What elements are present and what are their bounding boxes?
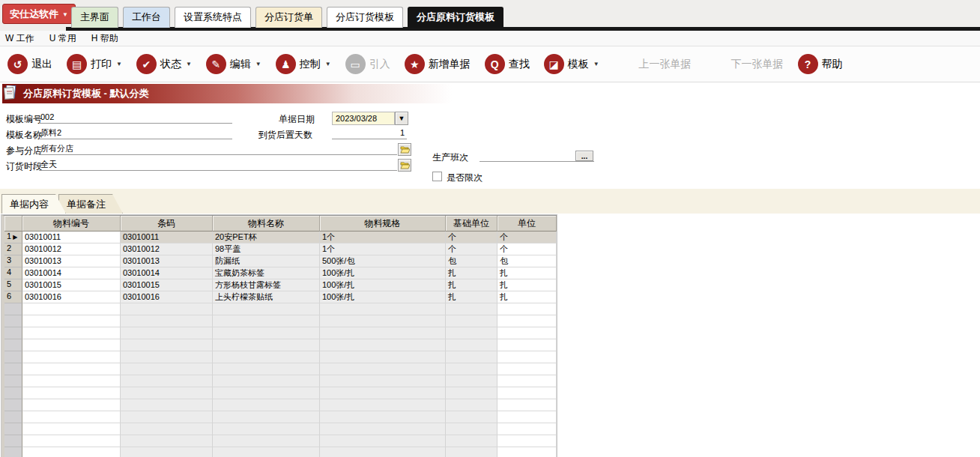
shift-picker-button[interactable]: ... [575, 151, 593, 161]
grid-header-物料编号[interactable]: 物料编号 [22, 216, 121, 231]
grid-cell[interactable] [22, 447, 121, 457]
grid-cell[interactable] [497, 351, 557, 363]
grid-rownum-cell[interactable] [4, 399, 22, 411]
grid-cell[interactable]: 500张/包 [320, 255, 446, 267]
grid-cell[interactable] [121, 387, 213, 399]
grid-cell[interactable] [446, 435, 497, 447]
grid-cell[interactable] [22, 351, 121, 363]
grid-cell[interactable] [22, 303, 121, 315]
grid-cell[interactable] [121, 303, 213, 315]
grid-cell[interactable] [446, 447, 497, 457]
grid-cell[interactable]: 03010016 [22, 291, 121, 303]
content-tab-单据备注[interactable]: 单据备注 [58, 194, 123, 214]
grid-cell[interactable]: 20安PET杯 [213, 231, 320, 243]
grid-cell[interactable] [213, 387, 320, 399]
brand-menu-button[interactable]: 安仕达软件▼ [2, 4, 76, 24]
grid-cell[interactable] [320, 339, 446, 351]
grid-cell[interactable] [22, 339, 121, 351]
grid-cell[interactable]: 包 [497, 255, 557, 267]
grid-cell[interactable] [320, 315, 446, 327]
grid-cell[interactable]: 扎 [497, 291, 557, 303]
grid-rownum-cell[interactable] [4, 447, 22, 457]
grid-cell[interactable] [497, 363, 557, 375]
grid-rownum-cell[interactable] [4, 351, 22, 363]
grid-rownum-cell[interactable]: 1▶ [4, 231, 22, 243]
grid-cell[interactable] [213, 351, 320, 363]
grid-cell[interactable]: 1个 [320, 243, 446, 255]
grid-rownum-cell[interactable] [4, 435, 22, 447]
grid-cell[interactable] [22, 387, 121, 399]
grid-cell[interactable]: 03010014 [22, 267, 121, 279]
grid-cell[interactable] [497, 435, 557, 447]
content-tab-单据内容[interactable]: 单据内容 [1, 194, 66, 214]
grid-rownum-cell[interactable] [4, 411, 22, 423]
grid-cell[interactable]: 100张/扎 [320, 279, 446, 291]
grid-cell[interactable] [22, 411, 121, 423]
grid-cell[interactable]: 1个 [320, 231, 446, 243]
grid-cell[interactable] [446, 363, 497, 375]
grid-cell[interactable] [22, 423, 121, 435]
grid-cell[interactable]: 03010011 [22, 231, 121, 243]
grid-cell[interactable] [22, 315, 121, 327]
grid-cell[interactable] [446, 423, 497, 435]
toolbar-button-状态[interactable]: ✔状态▼ [136, 54, 192, 74]
grid-cell[interactable] [497, 411, 557, 423]
grid-cell[interactable]: 03010016 [121, 291, 213, 303]
grid-cell[interactable]: 防漏纸 [213, 255, 320, 267]
toolbar-button-模板[interactable]: ◪模板▼ [544, 54, 599, 74]
menu-item-常用[interactable]: U 常用 [48, 32, 78, 45]
grid-rownum-cell[interactable]: 2 [4, 243, 22, 255]
toolbar-button-编辑[interactable]: ✎编辑▼ [206, 54, 261, 74]
grid-cell[interactable] [320, 327, 446, 339]
grid-rownum-cell[interactable] [4, 375, 22, 387]
grid-cell[interactable] [22, 399, 121, 411]
toolbar-button-查找[interactable]: Q查找 [485, 54, 530, 74]
window-tab-主界面[interactable]: 主界面 [71, 7, 118, 28]
grid-cell[interactable]: 03010011 [121, 231, 213, 243]
grid-cell[interactable] [446, 351, 497, 363]
grid-cell[interactable] [121, 339, 213, 351]
window-tab-分店原料订货模板[interactable]: 分店原料订货模板 [408, 7, 503, 28]
grid-cell[interactable] [121, 375, 213, 387]
stores-picker-button[interactable] [398, 143, 411, 156]
grid-cell[interactable] [320, 423, 446, 435]
grid-cell[interactable] [320, 351, 446, 363]
grid-cell[interactable]: 方形杨枝甘露标签 [213, 279, 320, 291]
grid-cell[interactable] [213, 447, 320, 457]
grid-cell[interactable] [213, 399, 320, 411]
grid-rownum-cell[interactable] [4, 387, 22, 399]
grid-rownum-cell[interactable] [4, 339, 22, 351]
window-tab-分店订货模板[interactable]: 分店订货模板 [327, 7, 403, 28]
timeslot-picker-button[interactable] [398, 159, 411, 172]
toolbar-button-帮助[interactable]: ?帮助 [798, 54, 843, 74]
grid-cell[interactable] [497, 423, 557, 435]
grid-cell[interactable] [497, 315, 557, 327]
toolbar-button-控制[interactable]: ♟控制▼ [276, 54, 331, 74]
grid-rownum-cell[interactable]: 4 [4, 267, 22, 279]
grid-header-物料名称[interactable]: 物料名称 [213, 216, 320, 231]
window-tab-工作台[interactable]: 工作台 [123, 7, 170, 28]
grid-cell[interactable]: 上头柠檬茶贴纸 [213, 291, 320, 303]
grid-cell[interactable] [22, 327, 121, 339]
grid-cell[interactable]: 扎 [497, 279, 557, 291]
grid-cell[interactable] [497, 303, 557, 315]
toolbar-button-新增单据[interactable]: ★新增单据 [405, 54, 471, 74]
grid-rownum-cell[interactable]: 5 [4, 279, 22, 291]
window-tab-设置系统特点[interactable]: 设置系统特点 [175, 7, 251, 28]
window-tab-分店订货单[interactable]: 分店订货单 [255, 7, 322, 28]
grid-cell[interactable] [121, 327, 213, 339]
grid-header-单位[interactable]: 单位 [497, 216, 557, 231]
grid-rownum-cell[interactable] [4, 315, 22, 327]
grid-cell[interactable]: 03010013 [22, 255, 121, 267]
grid-cell[interactable]: 03010012 [22, 243, 121, 255]
grid-cell[interactable] [213, 339, 320, 351]
grid-cell[interactable] [213, 303, 320, 315]
grid-cell[interactable] [213, 363, 320, 375]
grid-cell[interactable] [497, 399, 557, 411]
grid-cell[interactable] [121, 363, 213, 375]
stores-field[interactable]: 所有分店 [39, 142, 397, 155]
grid-cell[interactable] [213, 411, 320, 423]
grid-cell[interactable] [320, 375, 446, 387]
grid-cell[interactable]: 03010015 [22, 279, 121, 291]
grid-cell[interactable] [121, 447, 213, 457]
